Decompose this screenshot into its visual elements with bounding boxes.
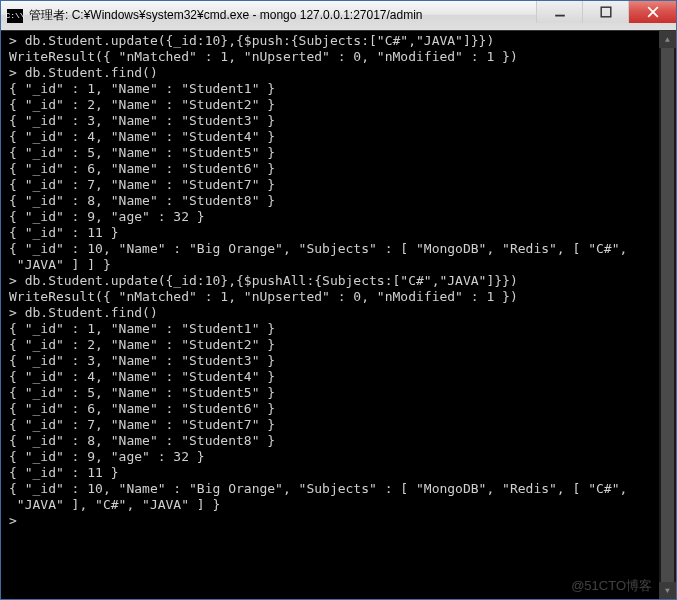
scroll-down-icon[interactable]: ▼ xyxy=(659,582,676,599)
titlebar[interactable]: C:\\ 管理者: C:¥Windows¥system32¥cmd.exe - … xyxy=(1,1,676,31)
cmd-icon: C:\\ xyxy=(7,9,23,23)
command-prompt-window: C:\\ 管理者: C:¥Windows¥system32¥cmd.exe - … xyxy=(0,0,677,600)
scrollbar-track[interactable] xyxy=(659,48,676,582)
vertical-scrollbar[interactable]: ▲ ▼ xyxy=(659,31,676,599)
scroll-up-icon[interactable]: ▲ xyxy=(659,31,676,48)
close-button[interactable] xyxy=(628,1,676,23)
watermark-text: @51CTO博客 xyxy=(571,577,652,595)
terminal-output: > db.Student.update({_id:10},{$push:{Sub… xyxy=(9,33,668,529)
window-controls xyxy=(536,1,676,30)
scrollbar-thumb[interactable] xyxy=(661,48,674,582)
svg-rect-1 xyxy=(601,7,611,17)
maximize-button[interactable] xyxy=(582,1,628,23)
minimize-button[interactable] xyxy=(536,1,582,23)
terminal-area[interactable]: > db.Student.update({_id:10},{$push:{Sub… xyxy=(1,31,676,599)
window-title: 管理者: C:¥Windows¥system32¥cmd.exe - mongo… xyxy=(29,7,536,24)
